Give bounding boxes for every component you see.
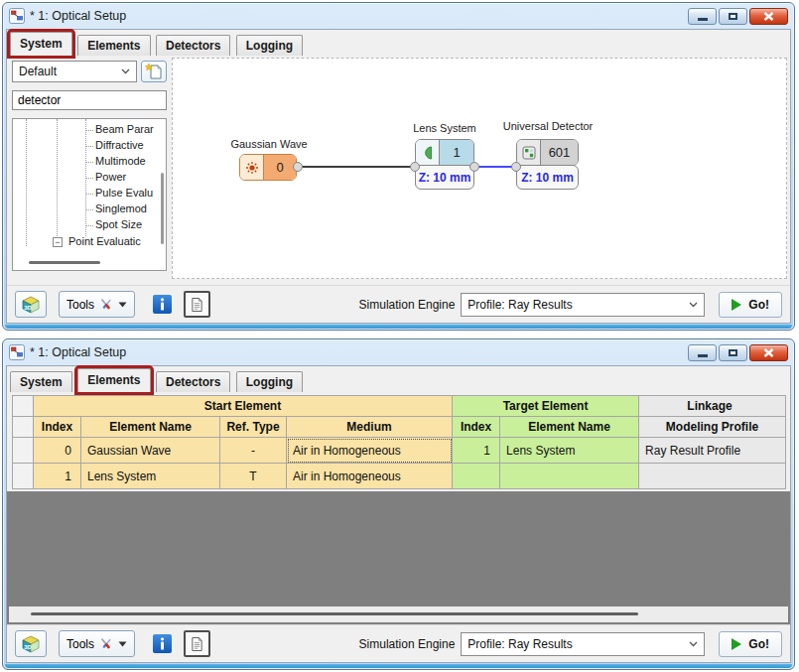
play-icon <box>732 638 741 650</box>
tools-button[interactable]: Tools <box>59 291 135 318</box>
tree-item[interactable]: Pulse Evalu <box>13 186 160 202</box>
cell-index[interactable]: 1 <box>34 464 81 489</box>
sidebar: Default <box>12 61 169 281</box>
svg-text:3D: 3D <box>24 644 32 650</box>
chevron-down-icon <box>689 641 698 647</box>
simulation-engine-select[interactable]: Profile: Ray Results <box>461 632 705 656</box>
node-label-universal-detector: Universal Detector <box>503 120 593 132</box>
info-icon[interactable] <box>153 295 172 314</box>
group-header-target-element: Target Element <box>453 396 639 417</box>
simulation-engine-select[interactable]: Profile: Ray Results <box>461 293 705 317</box>
minimize-button[interactable] <box>688 344 717 361</box>
maximize-button[interactable] <box>719 8 747 25</box>
detector-tree[interactable]: Beam Parar Diffractive Multimode Power P… <box>12 118 167 271</box>
cell-medium[interactable]: Air in Homogeneous <box>287 464 453 489</box>
tab-elements[interactable]: Elements <box>77 35 150 56</box>
go-button[interactable]: Go! <box>719 292 782 318</box>
document-button[interactable] <box>184 291 210 318</box>
tree-item[interactable]: Spot Size <box>13 217 160 233</box>
chevron-down-icon <box>121 68 130 74</box>
tree-item-point-evaluation[interactable]: − Point Evaluatic <box>13 234 160 250</box>
3d-view-button[interactable]: 3D <box>15 291 47 318</box>
cell-modeling-profile[interactable]: Ray Result Profile <box>639 438 786 464</box>
tab-system[interactable]: System <box>10 32 72 56</box>
tree-vertical-scrollbar[interactable] <box>161 173 164 244</box>
optical-setup-canvas[interactable]: Gaussian Wave 0 <box>172 58 787 279</box>
document-icon <box>191 636 203 652</box>
tab-detectors[interactable]: Detectors <box>156 371 230 392</box>
table-row: 1 Lens System T Air in Homogeneous <box>13 464 786 489</box>
lens-icon <box>421 146 435 160</box>
close-button[interactable] <box>749 8 788 25</box>
tab-detectors[interactable]: Detectors <box>156 35 230 56</box>
tab-logging[interactable]: Logging <box>236 35 303 56</box>
window-title: * 1: Optical Setup <box>30 345 126 359</box>
row-gutter <box>13 417 34 438</box>
cell-target-element-name[interactable] <box>500 464 639 489</box>
node-gaussian-wave[interactable]: 0 <box>239 154 297 181</box>
cell-target-element-name[interactable]: Lens System <box>500 438 639 464</box>
chevron-down-icon <box>689 302 698 308</box>
node-universal-detector[interactable]: 601 <box>516 139 579 166</box>
window-title: * 1: Optical Setup <box>30 9 126 23</box>
cell-target-index[interactable] <box>453 464 500 489</box>
titlebar[interactable]: * 1: Optical Setup <box>3 339 794 365</box>
tree-item[interactable]: Beam Parar <box>13 122 160 138</box>
connector-port[interactable] <box>469 162 479 172</box>
cell-element-name[interactable]: Lens System <box>81 464 220 489</box>
collapse-icon[interactable]: − <box>53 237 63 247</box>
filter-search-field[interactable] <box>12 90 167 110</box>
cell-medium[interactable]: Air in Homogeneous <box>287 438 453 464</box>
node-index: 0 <box>264 155 296 180</box>
3d-view-button[interactable]: 3D <box>15 630 47 657</box>
cell-modeling-profile[interactable] <box>639 464 786 489</box>
cell-index[interactable]: 0 <box>34 438 81 464</box>
row-gutter[interactable] <box>13 438 34 464</box>
tree-horizontal-scrollbar[interactable] <box>29 261 100 264</box>
tree-item[interactable]: Multimode <box>13 154 160 170</box>
info-icon[interactable] <box>153 634 172 653</box>
group-header-row: Start Element Target Element Linkage <box>13 396 786 417</box>
column-header-modeling-profile: Modeling Profile <box>639 417 786 438</box>
document-icon <box>191 297 203 313</box>
cell-ref-type[interactable]: T <box>220 464 287 489</box>
cell-target-index[interactable]: 1 <box>453 438 500 464</box>
connector-port[interactable] <box>293 162 303 172</box>
simulation-engine-label: Simulation Engine <box>359 637 456 651</box>
minimize-button[interactable] <box>688 8 717 25</box>
tools-button[interactable]: Tools <box>59 630 135 657</box>
search-input[interactable] <box>18 93 172 107</box>
document-button[interactable] <box>184 630 210 657</box>
column-header-row: Index Element Name Ref. Type Medium Inde… <box>13 417 786 438</box>
tools-icon <box>98 297 114 313</box>
tree-item[interactable]: Power <box>13 170 160 186</box>
node-label-gaussian-wave: Gaussian Wave <box>230 138 307 150</box>
close-icon <box>763 12 774 21</box>
z-position-badge: Z: 10 mm <box>516 165 579 190</box>
titlebar[interactable]: * 1: Optical Setup <box>3 3 794 29</box>
tree-item[interactable]: Singlemod <box>13 202 160 217</box>
tree-item[interactable]: Diffractive <box>13 138 160 154</box>
row-gutter[interactable] <box>13 464 34 489</box>
cell-ref-type[interactable]: - <box>220 438 287 464</box>
close-button[interactable] <box>749 344 788 361</box>
column-header-medium: Medium <box>287 417 453 438</box>
tab-logging[interactable]: Logging <box>236 371 303 392</box>
elements-table: Start Element Target Element Linkage Ind… <box>12 395 786 489</box>
go-button[interactable]: Go! <box>719 631 782 657</box>
cell-element-name[interactable]: Gaussian Wave <box>81 438 220 464</box>
tab-system[interactable]: System <box>10 371 72 392</box>
connector-port[interactable] <box>511 162 521 172</box>
node-lens-system[interactable]: 1 <box>415 139 474 166</box>
maximize-button[interactable] <box>719 344 747 361</box>
footer-toolbar: 3D Tools S <box>7 624 790 662</box>
table-row: 0 Gaussian Wave - Air in Homogeneous 1 L… <box>13 438 786 464</box>
profile-dropdown[interactable]: Default <box>12 61 137 82</box>
node-index: 1 <box>440 140 473 165</box>
tab-elements[interactable]: Elements <box>77 368 150 392</box>
new-profile-button[interactable] <box>141 61 167 82</box>
table-horizontal-scrollbar[interactable] <box>9 606 788 622</box>
connector-port[interactable] <box>410 162 420 172</box>
simulation-engine-value: Profile: Ray Results <box>467 298 572 312</box>
chevron-down-icon <box>118 641 127 647</box>
